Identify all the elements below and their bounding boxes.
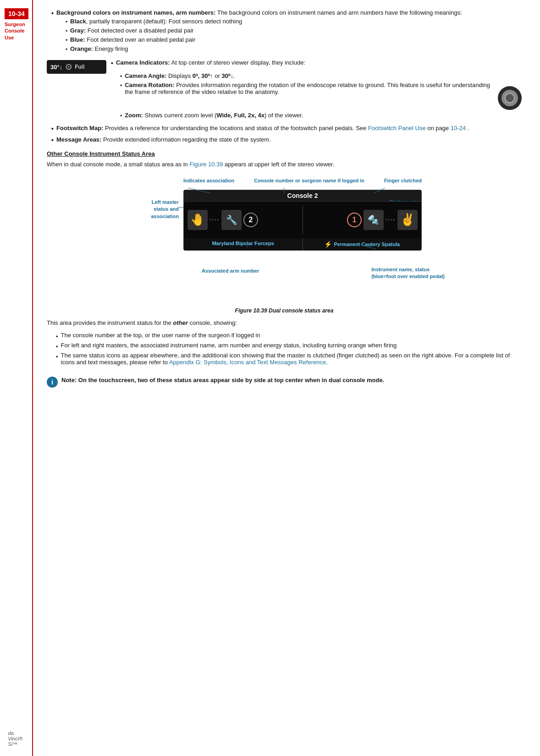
note-icon-text: i	[51, 378, 53, 386]
angle-display: 30°↓	[50, 64, 62, 71]
footer-text: da Vinci® Si™	[8, 730, 24, 747]
footswitch-period: .	[468, 125, 469, 131]
left-hand-icon: 🤚	[187, 210, 208, 230]
sub-bullet: •	[120, 73, 122, 80]
console-display: Console 2 🤚 •••• 🔧 2	[183, 190, 422, 251]
body-text-post: console, showing:	[188, 319, 237, 326]
right-finger-icon: ✌️	[397, 210, 418, 230]
camera-section: • Camera Indicators: At top center of st…	[111, 59, 522, 121]
note-box: i Note: On the touchscreen, two of these…	[47, 373, 522, 390]
bg-colors-intro: The background colors on instrument name…	[217, 9, 462, 16]
camera-rotation-text: Camera Rotation: Provides information re…	[125, 82, 493, 95]
ann-instrument-status-line2: (blue=foot over enabled pedal)	[371, 273, 445, 280]
right-arm-number: 1	[347, 213, 362, 227]
bg-colors-title: Background colors on instrument names, a…	[56, 9, 215, 16]
camera-rotation-row: Camera Rotation: Provides information re…	[125, 82, 522, 110]
ann-instrument-status-line1: Instrument name, status	[371, 266, 445, 273]
camera-rotation-icon	[498, 86, 522, 110]
color-blue: • Blue: Foot detected over an enabled pe…	[66, 36, 522, 44]
list-item-3: • The same status icons as appear elsewh…	[56, 352, 522, 366]
body-text-pre: This area provides the instrument status…	[47, 319, 173, 326]
list-dot: •	[56, 343, 58, 350]
footswitch-text2: on page	[427, 125, 451, 131]
bullet-marker: •	[51, 10, 54, 55]
left-dots: ••••	[209, 217, 220, 222]
color-orange: • Orange: Energy firing	[66, 45, 522, 53]
list-item-1-text: The console number at the top, or the us…	[61, 332, 260, 340]
intro-text2: appears at upper left of the stereo view…	[225, 161, 334, 168]
list-item-2-text: For left and right masters, the associat…	[61, 342, 397, 350]
ann-indicates-association: Indicates association	[183, 178, 234, 183]
console-header: Console 2	[184, 190, 421, 202]
note-icon: i	[47, 377, 58, 388]
list-item-2: • For left and right masters, the associ…	[56, 342, 522, 350]
camera-angle: • Camera Angle: Displays 0º, 30º↑ or 30º…	[120, 72, 522, 80]
divider	[303, 205, 303, 235]
footswitch-page[interactable]: 10-24	[451, 125, 466, 131]
bullet-marker: •	[51, 137, 54, 144]
figure-link[interactable]: Figure 10.39	[189, 161, 223, 168]
other-console-intro: When in dual console mode, a small statu…	[47, 160, 522, 170]
energy-bolt-icon: ⚡	[324, 241, 332, 248]
sub-bullet: •	[120, 82, 122, 89]
indicator-display-box: 30°↓ ⊙ Full	[47, 60, 106, 74]
sub-bullet: •	[66, 28, 67, 34]
color-blue-text: Blue: Foot detected over an enabled peda…	[70, 36, 522, 44]
full-label: Full	[75, 64, 84, 70]
camera-intro: At top center of stereo viewer display, …	[171, 59, 305, 66]
intro-text: When in dual console mode, a small statu…	[47, 161, 189, 168]
chapter-title: Surgeon Console Use	[5, 21, 32, 41]
bullet-marker: •	[51, 125, 54, 132]
appendix-link[interactable]: Appendix G: Symbols, Icons and Text Mess…	[169, 359, 326, 366]
ann-instrument-status: Instrument name, status (blue=foot over …	[371, 266, 445, 280]
footswitch-title: Footswitch Map:	[56, 125, 104, 131]
camera-lens	[505, 93, 515, 103]
sub-bullet: •	[66, 37, 67, 44]
ann-arm-number: Associated arm number	[202, 268, 259, 274]
figure-caption: Figure 10.39 Dual console status area	[47, 307, 522, 314]
footswitch-text: Provides a reference for understanding t…	[105, 125, 368, 131]
camera-bullet: • Camera Indicators: At top center of st…	[111, 59, 522, 67]
left-instrument-icon: 🔧	[221, 210, 242, 230]
bg-colors-section: • Background colors on instrument names,…	[47, 9, 522, 55]
message-content: Message Areas: Provide extended informat…	[56, 136, 522, 144]
footswitch-bullet: • Footswitch Map: Provides a reference f…	[47, 125, 522, 132]
camera-content: Camera Indicators: At top center of ster…	[116, 59, 522, 67]
ann-finger-clutched: Finger clutched	[384, 178, 422, 183]
camera-items-list: • Camera Angle: Displays 0º, 30º↑ or 30º…	[111, 71, 522, 121]
console-footer: Maryland Bipolar Forceps ⚡ Permanent Cau…	[184, 238, 421, 250]
list-dot: •	[56, 353, 58, 366]
camera-rotation: • Camera Rotation: Provides information …	[120, 82, 522, 110]
color-black: • Black, partially transparent (default)…	[66, 18, 522, 25]
left-sidebar: 10-34 Surgeon Console Use da Vinci® Si™	[0, 0, 33, 756]
message-title: Message Areas:	[56, 136, 102, 143]
note-text: Note: On the touchscreen, two of these s…	[61, 376, 384, 385]
body-bold: other	[173, 319, 188, 326]
message-text: Provide extended information regarding t…	[103, 136, 271, 143]
color-gray-text: Gray: Foot detected over a disabled peda…	[70, 27, 522, 34]
footswitch-link[interactable]: Footswitch Panel Use	[368, 125, 426, 131]
chapter-badge: 10-34	[5, 8, 28, 19]
list-item-1: • The console number at the top, or the …	[56, 332, 522, 340]
camera-title: Camera Indicators:	[116, 59, 170, 66]
left-instrument-name: Maryland Bipolar Forceps	[184, 238, 303, 250]
camera-angle-text: Camera Angle: Displays 0º, 30º↑ or 30º↓.	[125, 72, 522, 80]
color-orange-text: Orange: Energy firing	[70, 45, 522, 53]
ann-left-master: Left masterstatus andassociation	[110, 199, 179, 220]
color-black-text: Black, partially transparent (default): …	[70, 18, 522, 25]
zoom-bullet: • Zoom: Shows current zoom level (Wide, …	[120, 112, 522, 119]
color-gray: • Gray: Foot detected over a disabled pe…	[66, 27, 522, 34]
right-dots: ••••	[386, 217, 396, 222]
body-text-other: This area provides the instrument status…	[47, 318, 522, 328]
sub-bullet: •	[120, 113, 122, 119]
console-body: 🤚 •••• 🔧 2 1 🔩	[184, 202, 421, 238]
left-arm-number: 2	[243, 213, 258, 227]
other-console-title: Other Console Instrument Status Area	[47, 150, 522, 157]
ann-console-number: Console number or surgeon name if logged…	[254, 178, 364, 183]
list-item-3-text: The same status icons as appear elsewher…	[61, 352, 522, 366]
bg-colors-content: Background colors on instrument names, a…	[56, 9, 522, 55]
left-arm: 🤚 •••• 🔧 2	[187, 204, 302, 236]
footswitch-content: Footswitch Map: Provides a reference for…	[56, 125, 522, 132]
right-arm: 1 🔩 •••• ✌️	[303, 204, 418, 236]
right-instrument-name: ⚡ Permanent Cautery Spatula	[303, 238, 422, 250]
